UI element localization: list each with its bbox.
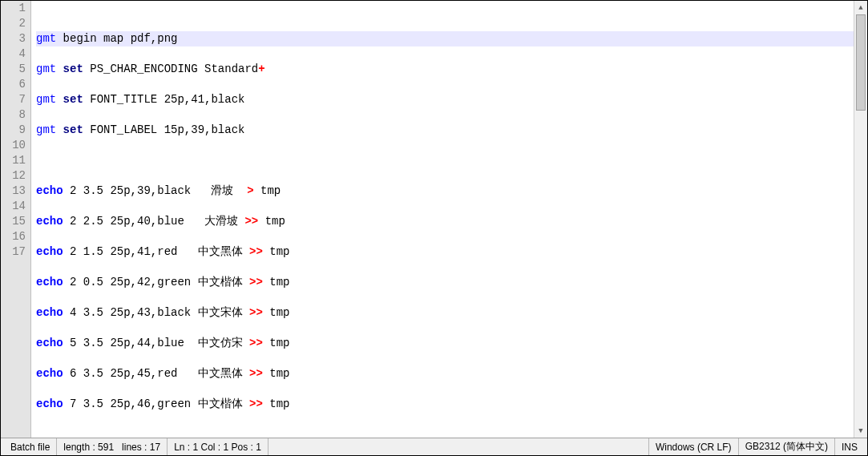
status-length: length : 591 lines : 17 [57, 438, 168, 455]
code-line[interactable]: echo 7 3.5 25p,46,green 中文楷体 >> tmp [36, 397, 854, 412]
code-line[interactable]: echo 5 3.5 25p,44,blue 中文仿宋 >> tmp [36, 336, 854, 351]
code-line[interactable]: echo 6 3.5 25p,45,red 中文黑体 >> tmp [36, 366, 854, 381]
scroll-down-arrow-icon[interactable]: ▼ [854, 424, 867, 438]
line-number: 13 [7, 184, 26, 199]
status-spacer [268, 438, 649, 455]
status-ins: INS [835, 438, 864, 455]
line-number: 10 [7, 138, 26, 153]
code-line[interactable] [36, 427, 854, 438]
line-number: 3 [7, 31, 26, 46]
status-filetype: Batch file [4, 438, 57, 455]
line-number: 1 [7, 1, 26, 16]
status-encoding: GB2312 (简体中文) [739, 438, 835, 455]
line-number: 14 [7, 199, 26, 214]
code-line[interactable]: gmt begin map pdf,png [36, 31, 854, 46]
code-line[interactable]: echo 2 0.5 25p,42,green 中文楷体 >> tmp [36, 275, 854, 290]
code-line[interactable]: gmt set PS_CHAR_ENCODING Standard+ [36, 62, 854, 77]
line-number: 12 [7, 168, 26, 184]
code-line[interactable]: echo 2 2.5 25p,40,blue 大滑坡 >> tmp [36, 214, 854, 229]
line-number: 8 [7, 107, 26, 123]
line-number: 9 [7, 123, 26, 138]
line-number: 17 [7, 244, 26, 260]
code-line[interactable]: gmt set FONT_LABEL 15p,39,black [36, 123, 854, 138]
line-number: 16 [7, 229, 26, 244]
code-line[interactable]: echo 2 1.5 25p,41,red 中文黑体 >> tmp [36, 244, 854, 260]
code-editor[interactable]: gmt begin map pdf,png gmt set PS_CHAR_EN… [31, 1, 854, 438]
code-line[interactable]: echo 4 3.5 25p,43,black 中文宋体 >> tmp [36, 305, 854, 321]
status-length-label: length : 591 [63, 442, 114, 453]
vertical-scrollbar[interactable]: ▲ ▼ [854, 1, 867, 438]
line-number-gutter[interactable]: 1234567891011121314151617 [1, 1, 31, 438]
line-number: 2 [7, 16, 26, 31]
code-line[interactable] [36, 153, 854, 168]
status-eol: Windows (CR LF) [649, 438, 739, 455]
line-number: 11 [7, 153, 26, 168]
code-line[interactable]: echo 2 3.5 25p,39,black 滑坡 > tmp [36, 184, 854, 199]
line-number: 6 [7, 77, 26, 92]
editor-area: 1234567891011121314151617 gmt begin map … [1, 1, 867, 438]
line-number: 4 [7, 46, 26, 62]
line-number: 5 [7, 62, 26, 77]
line-number: 15 [7, 214, 26, 229]
status-position: Ln : 1 Col : 1 Pos : 1 [168, 438, 268, 455]
status-bar: Batch file length : 591 lines : 17 Ln : … [1, 438, 867, 455]
scroll-up-arrow-icon[interactable]: ▲ [854, 1, 867, 14]
status-lines-label: lines : 17 [122, 442, 160, 453]
code-line[interactable]: gmt set FONT_TITLE 25p,41,black [36, 92, 854, 107]
line-number: 7 [7, 92, 26, 107]
scrollbar-thumb[interactable] [856, 14, 866, 111]
